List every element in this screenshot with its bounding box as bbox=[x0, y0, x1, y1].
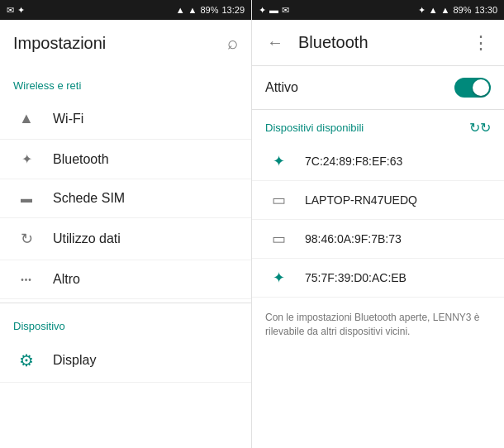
settings-item-bluetooth[interactable]: Bluetooth bbox=[0, 140, 251, 179]
devices-section-header: Dispositivi disponibili ↻ bbox=[252, 110, 504, 142]
device-name-2: LAPTOP-RN47UEDQ bbox=[305, 193, 417, 207]
left-status-bar: ✉ ✦ ▲ ▲ 89% 13:29 bbox=[0, 0, 251, 20]
right-status-left: ✦ ▬ ✉ bbox=[259, 5, 289, 16]
battery-text2: 89% bbox=[453, 5, 471, 15]
settings-list: Wireless e reti Wi-Fi Bluetooth Schede S… bbox=[0, 66, 251, 448]
wifi-label: Wi-Fi bbox=[53, 112, 83, 126]
display-icon: ⚙ bbox=[13, 350, 40, 370]
display-label: Display bbox=[53, 353, 96, 368]
bluetooth-toggle-switch[interactable] bbox=[454, 78, 491, 98]
wifi-status-icon: ▲ bbox=[188, 5, 197, 15]
bluetooth-toggle-row: Attivo bbox=[252, 66, 504, 110]
device-name-3: 98:46:0A:9F:7B:73 bbox=[305, 232, 402, 245]
device-bt-icon-1: ✦ bbox=[265, 152, 292, 170]
more-icon bbox=[472, 32, 490, 54]
bluetooth-icon bbox=[13, 151, 40, 167]
refresh-icon[interactable]: ↻ bbox=[469, 120, 491, 136]
right-status-right: ✦ ▲ ▲ 89% 13:30 bbox=[418, 5, 497, 16]
device-item-3[interactable]: ▭ 98:46:0A:9F:7B:73 bbox=[252, 220, 504, 259]
back-icon bbox=[267, 33, 283, 52]
bluetooth-toolbar: Bluetooth bbox=[252, 20, 504, 66]
app-icon4: ✉ bbox=[282, 5, 289, 16]
settings-item-sim[interactable]: Schede SIM bbox=[0, 179, 251, 218]
back-button[interactable] bbox=[259, 26, 292, 60]
device-name-1: 7C:24:89:F8:EF:63 bbox=[305, 155, 402, 168]
wifi-icon bbox=[13, 110, 40, 127]
device-laptop-icon-2: ▭ bbox=[265, 191, 292, 209]
settings-item-display[interactable]: ⚙ Display bbox=[0, 339, 251, 383]
device-item-1[interactable]: ✦ 7C:24:89:F8:EF:63 bbox=[252, 142, 504, 181]
app-icon2: ✦ bbox=[259, 5, 266, 16]
settings-item-data[interactable]: Utilizzo dati bbox=[0, 218, 251, 260]
section-divider bbox=[0, 303, 251, 303]
left-status-left: ✉ ✦ bbox=[7, 5, 25, 16]
time-display: 13:29 bbox=[221, 5, 245, 15]
app-icon: ✦ bbox=[17, 5, 25, 16]
search-icon[interactable] bbox=[227, 32, 238, 54]
bluetooth-panel: ✦ ▬ ✉ ✦ ▲ ▲ 89% 13:30 Bluetooth Attivo D bbox=[252, 0, 504, 448]
bt-status-icon: ✦ bbox=[418, 5, 426, 16]
settings-toolbar: Impostazioni bbox=[0, 20, 251, 66]
bluetooth-label: Bluetooth bbox=[53, 152, 109, 167]
data-label: Utilizzo dati bbox=[53, 231, 121, 246]
time-display2: 13:30 bbox=[474, 5, 497, 15]
device-laptop-icon-3: ▭ bbox=[265, 230, 292, 248]
more-options-button[interactable] bbox=[464, 26, 497, 60]
settings-item-other[interactable]: Altro bbox=[0, 260, 251, 299]
signal-icon: ▲ bbox=[176, 5, 185, 15]
device-name-4: 75:7F:39:D0:AC:EB bbox=[305, 271, 407, 284]
wifi-icon2: ▲ bbox=[441, 5, 450, 15]
settings-panel: ✉ ✦ ▲ ▲ 89% 13:29 Impostazioni Wireless … bbox=[0, 0, 252, 448]
settings-title: Impostazioni bbox=[13, 34, 106, 53]
device-item-2[interactable]: ▭ LAPTOP-RN47UEDQ bbox=[252, 181, 504, 220]
gmail-icon: ✉ bbox=[7, 5, 14, 16]
sim-label: Schede SIM bbox=[53, 191, 125, 206]
settings-item-wifi[interactable]: Wi-Fi bbox=[0, 98, 251, 140]
signal-icon2: ▲ bbox=[429, 5, 438, 15]
left-status-right: ▲ ▲ 89% 13:29 bbox=[176, 5, 245, 15]
sim-icon bbox=[13, 192, 40, 205]
right-status-bar: ✦ ▬ ✉ ✦ ▲ ▲ 89% 13:30 bbox=[252, 0, 504, 20]
bluetooth-toggle-label: Attivo bbox=[265, 80, 298, 95]
other-label: Altro bbox=[53, 272, 80, 287]
bluetooth-title: Bluetooth bbox=[298, 33, 464, 52]
wireless-section-header: Wireless e reti bbox=[0, 66, 251, 98]
battery-text: 89% bbox=[200, 5, 218, 15]
data-icon bbox=[13, 230, 40, 248]
bluetooth-footer: Con le impostazioni Bluetooth aperte, LE… bbox=[252, 298, 504, 352]
devices-label: Dispositivi disponibili bbox=[265, 122, 364, 134]
bluetooth-content: Attivo Dispositivi disponibili ↻ ✦ 7C:24… bbox=[252, 66, 504, 448]
device-bt-icon-4: ✦ bbox=[265, 269, 292, 287]
device-item-4[interactable]: ✦ 75:7F:39:D0:AC:EB bbox=[252, 259, 504, 298]
device-section-header: Dispositivo bbox=[0, 307, 251, 339]
other-icon bbox=[13, 275, 40, 284]
app-icon3: ▬ bbox=[269, 5, 278, 15]
